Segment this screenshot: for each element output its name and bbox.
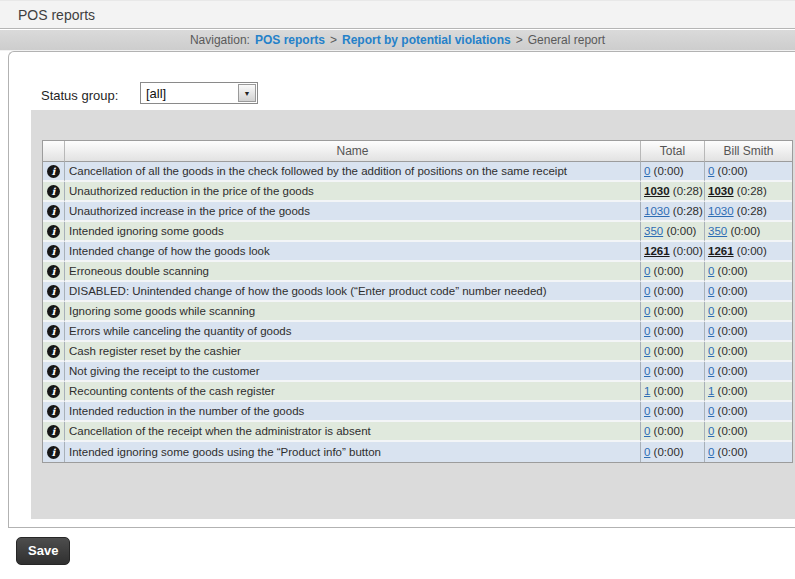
total-time: (0:00) bbox=[654, 425, 684, 437]
table-row: i DISABLED: Unintended change of how the… bbox=[43, 282, 792, 302]
breadcrumb-separator: > bbox=[330, 33, 337, 47]
table-row: i Cash register reset by the cashier 0 (… bbox=[43, 342, 792, 362]
employee-time: (0:00) bbox=[718, 165, 748, 177]
info-icon[interactable]: i bbox=[47, 265, 60, 278]
violation-name: Unauthorized increase in the price of th… bbox=[65, 202, 641, 222]
table-row: i Cancellation of the receipt when the a… bbox=[43, 422, 792, 442]
employee-count-link[interactable]: 0 bbox=[708, 405, 714, 417]
employee-count-link[interactable]: 0 bbox=[708, 446, 714, 458]
table-row: i Unauthorized reduction in the price of… bbox=[43, 182, 792, 202]
total-time: (0:00) bbox=[654, 325, 684, 337]
breadcrumb-link-report-by-potential-violations[interactable]: Report by potential violations bbox=[342, 33, 511, 47]
table-row: i Not giving the receipt to the customer… bbox=[43, 362, 792, 382]
employee-count-link[interactable]: 0 bbox=[708, 325, 714, 337]
info-icon[interactable]: i bbox=[47, 385, 60, 398]
employee-time: (0:00) bbox=[718, 365, 748, 377]
total-count-link[interactable]: 350 bbox=[644, 225, 663, 237]
employee-time: (0:00) bbox=[718, 285, 748, 297]
employee-count-link[interactable]: 0 bbox=[708, 305, 714, 317]
info-icon[interactable]: i bbox=[47, 165, 60, 178]
table-row: i Intended ignoring some goods 350 (0:00… bbox=[43, 222, 792, 242]
total-count-link[interactable]: 0 bbox=[644, 425, 650, 437]
total-count-link[interactable]: 0 bbox=[644, 265, 650, 277]
violation-name: Unauthorized reduction in the price of t… bbox=[65, 182, 641, 202]
column-header-name: Name bbox=[65, 141, 641, 162]
employee-count-link[interactable]: 0 bbox=[708, 365, 714, 377]
total-time: (0:00) bbox=[654, 265, 684, 277]
table-row: i Erroneous double scanning 0 (0:00) 0 (… bbox=[43, 262, 792, 282]
employee-time: (0:00) bbox=[730, 225, 760, 237]
total-time: (0:00) bbox=[666, 225, 696, 237]
employee-count-link[interactable]: 0 bbox=[708, 425, 714, 437]
info-icon[interactable]: i bbox=[47, 325, 60, 338]
employee-count-link[interactable]: 0 bbox=[708, 265, 714, 277]
total-time: (0:00) bbox=[654, 365, 684, 377]
total-time: (0:00) bbox=[654, 285, 684, 297]
info-icon[interactable]: i bbox=[47, 365, 60, 378]
employee-time: (0:00) bbox=[718, 446, 748, 458]
employee-count-link[interactable]: 1261 bbox=[708, 245, 734, 257]
info-icon[interactable]: i bbox=[47, 245, 60, 258]
info-icon[interactable]: i bbox=[47, 225, 60, 238]
info-icon[interactable]: i bbox=[47, 185, 60, 198]
total-time: (0:28) bbox=[673, 205, 703, 217]
violation-name: Errors while canceling the quantity of g… bbox=[65, 322, 641, 342]
column-header-total: Total bbox=[641, 141, 705, 162]
info-icon[interactable]: i bbox=[47, 345, 60, 358]
violation-name: Cash register reset by the cashier bbox=[65, 342, 641, 362]
breadcrumb-link-pos-reports[interactable]: POS reports bbox=[255, 33, 325, 47]
total-count-link[interactable]: 1030 bbox=[644, 205, 670, 217]
status-group-selected-value: [all] bbox=[146, 86, 166, 101]
violation-name: Erroneous double scanning bbox=[65, 262, 641, 282]
total-count-link[interactable]: 0 bbox=[644, 285, 650, 297]
save-button[interactable]: Save bbox=[16, 537, 70, 565]
employee-count-link[interactable]: 1 bbox=[708, 385, 714, 397]
title-bar: POS reports bbox=[0, 0, 795, 29]
total-count-link[interactable]: 1030 bbox=[644, 185, 670, 197]
total-count-link[interactable]: 0 bbox=[644, 446, 650, 458]
breadcrumb-prefix: Navigation: bbox=[190, 33, 250, 47]
employee-count-link[interactable]: 0 bbox=[708, 345, 714, 357]
employee-count-link[interactable]: 0 bbox=[708, 165, 714, 177]
total-count-link[interactable]: 1 bbox=[644, 385, 650, 397]
total-count-link[interactable]: 0 bbox=[644, 345, 650, 357]
table-container: Name Total Bill Smith i Cancellation of … bbox=[31, 110, 795, 519]
table-row: i Intended reduction in the number of th… bbox=[43, 402, 792, 422]
info-icon[interactable]: i bbox=[47, 425, 60, 438]
info-icon[interactable]: i bbox=[47, 285, 60, 298]
employee-time: (0:00) bbox=[718, 265, 748, 277]
total-time: (0:00) bbox=[673, 245, 703, 257]
info-icon[interactable]: i bbox=[47, 446, 60, 459]
total-time: (0:00) bbox=[654, 345, 684, 357]
dropdown-arrow-button[interactable]: ▼ bbox=[238, 84, 256, 102]
employee-time: (0:28) bbox=[737, 205, 767, 217]
total-time: (0:00) bbox=[654, 305, 684, 317]
employee-count-link[interactable]: 1030 bbox=[708, 185, 734, 197]
info-icon[interactable]: i bbox=[47, 305, 60, 318]
employee-time: (0:28) bbox=[737, 185, 767, 197]
total-count-link[interactable]: 0 bbox=[644, 165, 650, 177]
employee-time: (0:00) bbox=[737, 245, 767, 257]
total-time: (0:00) bbox=[654, 446, 684, 458]
employee-count-link[interactable]: 1030 bbox=[708, 205, 734, 217]
employee-time: (0:00) bbox=[718, 425, 748, 437]
violation-name: Intended ignoring some goods bbox=[65, 222, 641, 242]
employee-time: (0:00) bbox=[718, 345, 748, 357]
column-header-employee: Bill Smith bbox=[705, 141, 792, 162]
total-count-link[interactable]: 0 bbox=[644, 365, 650, 377]
status-group-label: Status group: bbox=[41, 88, 118, 103]
total-count-link[interactable]: 1261 bbox=[644, 245, 670, 257]
total-count-link[interactable]: 0 bbox=[644, 305, 650, 317]
info-icon[interactable]: i bbox=[47, 405, 60, 418]
status-group-select[interactable]: [all] ▼ bbox=[140, 82, 258, 104]
employee-time: (0:00) bbox=[718, 405, 748, 417]
employee-count-link[interactable]: 350 bbox=[708, 225, 727, 237]
chevron-down-icon: ▼ bbox=[244, 90, 251, 97]
violation-name: Cancellation of all the goods in the che… bbox=[65, 162, 641, 182]
total-count-link[interactable]: 0 bbox=[644, 405, 650, 417]
info-icon[interactable]: i bbox=[47, 205, 60, 218]
column-header-icon bbox=[43, 141, 65, 162]
employee-count-link[interactable]: 0 bbox=[708, 285, 714, 297]
total-count-link[interactable]: 0 bbox=[644, 325, 650, 337]
total-time: (0:28) bbox=[673, 185, 703, 197]
